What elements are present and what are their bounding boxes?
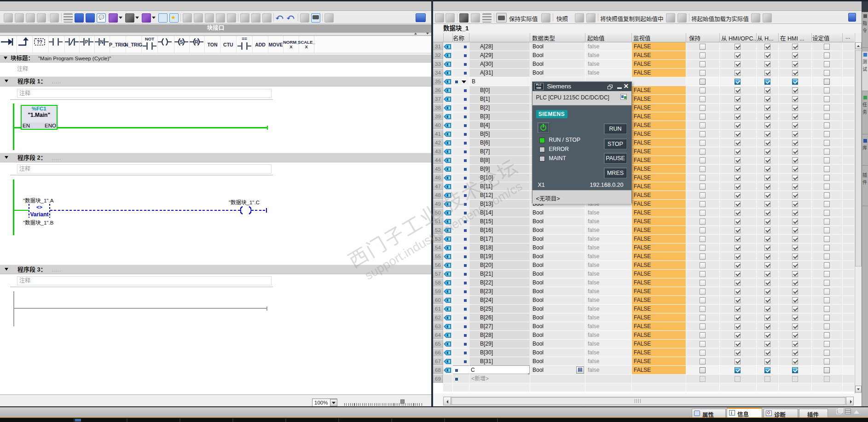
svg-text:NOT: NOT: [145, 36, 154, 41]
svg-text:==: ==: [242, 36, 247, 41]
svg-text:R: R: [195, 39, 198, 45]
svg-text:??: ??: [36, 40, 42, 45]
svg-text:P: P: [85, 40, 88, 45]
svg-text:S: S: [179, 39, 183, 45]
svg-text:N: N: [100, 40, 103, 45]
